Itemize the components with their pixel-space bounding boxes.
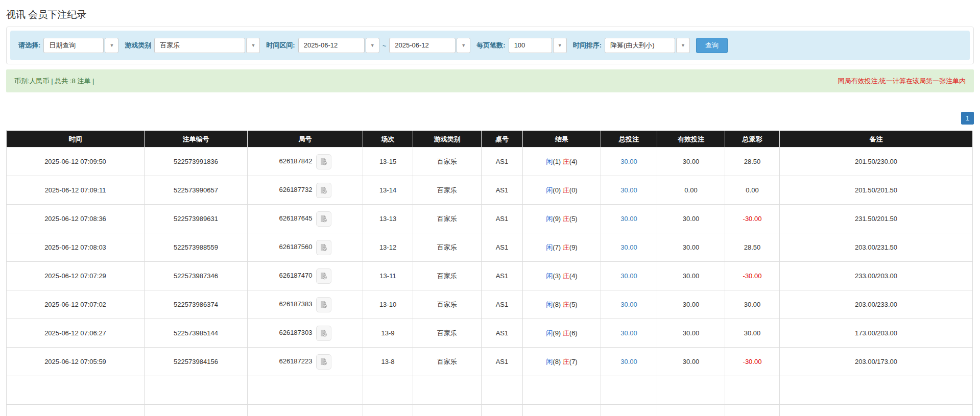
chevron-down-icon[interactable]: ▼ (676, 38, 690, 53)
cell-time: 2025-06-12 07:09:50 (7, 148, 145, 176)
cell-bet-number: 522573989631 (145, 205, 248, 233)
page-button[interactable]: 1 (961, 112, 974, 125)
cell-session: 13-14 (363, 176, 413, 205)
grand-total-label: 总计 (7, 405, 145, 416)
column-header: 桌号 (482, 131, 523, 148)
cell-table-number: AS1 (482, 148, 523, 176)
query-type-value[interactable]: 日期查询 (43, 38, 104, 53)
column-header: 时间 (7, 131, 145, 148)
cell-game-category: 百家乐 (413, 348, 482, 376)
video-replay-button[interactable] (316, 240, 331, 255)
range-separator: ~ (383, 42, 387, 50)
banker-label: 庄 (563, 186, 569, 194)
cell-bet-number: 522573986374 (145, 290, 248, 319)
banker-label: 庄 (563, 243, 569, 251)
player-score: (3) (553, 272, 561, 280)
film-icon (319, 243, 328, 252)
date-to-value[interactable]: 2025-06-12 (389, 38, 456, 53)
total-bet-link[interactable]: 30.00 (620, 329, 637, 337)
banker-label: 庄 (563, 301, 569, 308)
cell-bet-number: 522573990657 (145, 176, 248, 205)
cell-round-number: 626187645 (248, 205, 363, 233)
time-sort-label: 时间排序: (573, 41, 602, 50)
cell-result: 闲(3) 庄(4) (523, 262, 601, 290)
cell-remark: 201.50/201.50 (780, 176, 973, 205)
video-replay-button[interactable] (316, 354, 331, 370)
game-category-value[interactable]: 百家乐 (154, 38, 245, 53)
total-bet-link[interactable]: 30.00 (620, 243, 637, 251)
cell-remark: 203.00/231.50 (780, 233, 973, 262)
cell-game-category: 百家乐 (413, 290, 482, 319)
total-bet-link[interactable]: 30.00 (620, 272, 637, 280)
date-to-select[interactable]: 2025-06-12 ▼ (389, 38, 470, 53)
cell-round-number: 626187223 (248, 348, 363, 376)
film-icon (319, 157, 328, 166)
cell-time: 2025-06-12 07:09:11 (7, 176, 145, 205)
total-bet-link[interactable]: 30.00 (620, 215, 637, 223)
banker-score: (9) (569, 243, 578, 251)
chevron-down-icon[interactable]: ▼ (246, 38, 260, 53)
video-replay-button[interactable] (316, 154, 331, 169)
cell-total-bet: 30.00 (601, 290, 657, 319)
search-button[interactable]: 查询 (696, 38, 728, 53)
cell-game-category: 百家乐 (413, 262, 482, 290)
video-replay-button[interactable] (316, 211, 331, 227)
game-category-select[interactable]: 百家乐 ▼ (154, 38, 260, 53)
cell-round-number: 626187470 (248, 262, 363, 290)
table-row: 2025-06-12 07:08:36 522573989631 6261876… (7, 205, 973, 233)
banker-score: (5) (569, 215, 578, 223)
time-sort-value[interactable]: 降冪(由大到小) (605, 38, 675, 53)
banker-label: 庄 (563, 329, 569, 337)
round-number: 626187470 (279, 272, 312, 279)
round-number: 626187732 (279, 186, 312, 193)
film-icon (319, 186, 328, 194)
subtotal-payout: 27.00 (725, 376, 780, 405)
grand-total-count: 8 (145, 405, 248, 416)
video-replay-button[interactable] (316, 268, 331, 284)
grand-total-payout: 27.00 (725, 405, 780, 416)
page-size-select[interactable]: 100 ▼ (509, 38, 567, 53)
round-number: 626187560 (279, 243, 312, 251)
banker-score: (5) (569, 301, 578, 308)
cell-total-bet: 30.00 (601, 319, 657, 348)
time-sort-select[interactable]: 降冪(由大到小) ▼ (605, 38, 690, 53)
bet-records-table: 时间注单编号局号场次游戏类别桌号结果总投注有效投注总派彩备注 2025-06-1… (6, 131, 973, 416)
total-bet-link[interactable]: 30.00 (620, 186, 637, 194)
cell-round-number: 626187732 (248, 176, 363, 205)
cell-time: 2025-06-12 07:07:29 (7, 262, 145, 290)
cell-result: 闲(1) 庄(4) (523, 148, 601, 176)
chevron-down-icon[interactable]: ▼ (366, 38, 379, 53)
page-size-value[interactable]: 100 (509, 38, 552, 53)
video-replay-button[interactable] (316, 183, 331, 198)
chevron-down-icon[interactable]: ▼ (105, 38, 118, 53)
total-bet-link[interactable]: 30.00 (620, 301, 637, 308)
banker-label: 庄 (563, 358, 569, 365)
player-score: (9) (553, 329, 561, 337)
date-from-value[interactable]: 2025-06-12 (298, 38, 365, 53)
subtotal-total-bet: 240.00 (601, 376, 657, 405)
player-score: (1) (553, 158, 561, 165)
table-row: 2025-06-12 07:06:27 522573985144 6261873… (7, 319, 973, 348)
cell-time: 2025-06-12 07:05:59 (7, 348, 145, 376)
total-bet-link[interactable]: 30.00 (620, 158, 637, 165)
query-type-select[interactable]: 日期查询 ▼ (43, 38, 118, 53)
grand-total-row: 总计 8 240.00 210.00 27.00 (7, 405, 973, 416)
cell-valid-bet: 30.00 (657, 319, 725, 348)
banker-score: (6) (569, 329, 578, 337)
cell-valid-bet: 30.00 (657, 233, 725, 262)
video-replay-button[interactable] (316, 297, 331, 312)
subtotal-valid-bet: 210.00 (657, 376, 725, 405)
column-header: 游戏类别 (413, 131, 482, 148)
cell-remark: 203.00/233.00 (780, 290, 973, 319)
chevron-down-icon[interactable]: ▼ (457, 38, 470, 53)
cell-result: 闲(9) 庄(5) (523, 205, 601, 233)
game-category-label: 游戏类别 (125, 41, 151, 50)
date-from-select[interactable]: 2025-06-12 ▼ (298, 38, 379, 53)
video-replay-button[interactable] (316, 326, 331, 341)
round-number: 626187842 (279, 157, 312, 165)
total-bet-link[interactable]: 30.00 (620, 358, 637, 365)
cell-game-category: 百家乐 (413, 176, 482, 205)
chevron-down-icon[interactable]: ▼ (553, 38, 567, 53)
page-size-label: 每页笔数: (476, 41, 505, 50)
banker-score: (0) (569, 186, 578, 194)
